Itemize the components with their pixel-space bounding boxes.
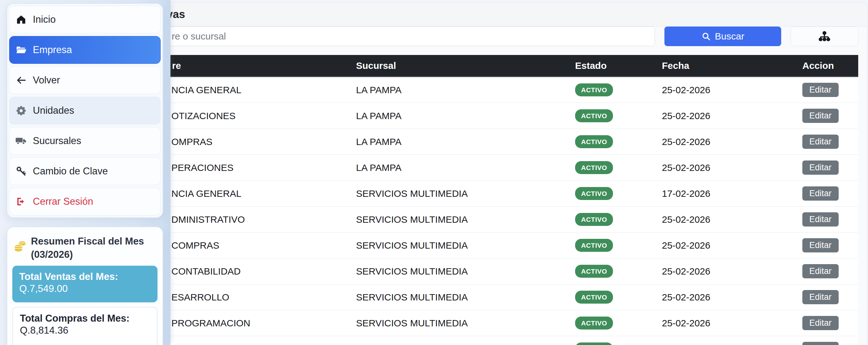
total-compras-label: Total Compras del Mes: [20, 313, 150, 324]
sidebar-menu: Inicio Empresa Volver [7, 3, 163, 218]
fiscal-title: Resumen Fiscal del Mes (03/2026) [31, 234, 144, 266]
total-ventas-label: Total Ventas del Mes: [19, 271, 151, 283]
sidebar-item-label: Empresa [33, 44, 72, 56]
total-compras-value: Q.8,814.36 [20, 324, 150, 337]
cell-fecha: 25-02-2026 [661, 318, 802, 328]
cell-sucursal: SERVICIOS MULTIMEDIA [355, 188, 573, 199]
sidebar-item-sucursales[interactable]: Sucursales [9, 127, 161, 155]
cell-sucursal: LA PAMPA [355, 111, 573, 121]
cell-estado: ACTIVO [573, 317, 661, 329]
col-header-sucursal: Sucursal [355, 60, 573, 71]
gear-icon [15, 105, 27, 116]
key-icon [15, 166, 27, 177]
status-badge: ACTIVO [575, 291, 613, 304]
cell-accion: Editar [802, 238, 858, 253]
sidebar-item-label: Inicio [33, 14, 56, 25]
cell-sucursal: SERVICIOS MULTIMEDIA [355, 266, 573, 277]
sidebar-item-label: Cerrar Sesión [33, 196, 93, 207]
sign-out-icon [15, 196, 27, 207]
status-badge: ACTIVO [575, 213, 613, 226]
cell-accion: Editar [802, 316, 858, 330]
cell-sucursal: SERVICIOS MULTIMEDIA [355, 214, 573, 225]
cell-fecha: 25-02-2026 [661, 85, 802, 95]
cell-fecha: 25-02-2026 [661, 292, 802, 303]
sidebar-item-unidades[interactable]: Unidades [9, 97, 161, 124]
cell-accion: Editar [802, 290, 858, 304]
edit-button[interactable]: Editar [802, 238, 839, 253]
edit-button[interactable]: Editar [802, 83, 839, 97]
cell-estado: ACTIVO [573, 213, 661, 226]
status-badge: ACTIVO [575, 161, 613, 174]
cell-fecha: 25-02-2026 [661, 266, 802, 277]
sidebar-item-inicio[interactable]: Inicio [9, 6, 161, 33]
cell-sucursal: LA PAMPA [355, 137, 573, 147]
edit-button[interactable]: Editar [802, 342, 839, 345]
org-chart-button[interactable] [791, 27, 858, 46]
sidebar-item-label: Cambio de Clave [33, 166, 108, 177]
truck-icon [15, 135, 27, 147]
folder-open-icon [15, 44, 27, 56]
col-header-fecha: Fecha [661, 60, 802, 71]
cell-fecha: 25-02-2026 [661, 163, 802, 173]
cell-estado: ACTIVO [573, 109, 661, 122]
cell-estado: ACTIVO [573, 83, 661, 96]
status-badge: ACTIVO [575, 343, 613, 345]
cell-sucursal: SERVICIOS MULTIMEDIA [355, 318, 573, 328]
sidebar-item-cambio-clave[interactable]: Cambio de Clave [9, 157, 161, 185]
cell-fecha: 25-02-2026 [661, 137, 802, 147]
cell-estado: ACTIVO [573, 265, 661, 278]
cell-accion: Editar [802, 161, 858, 175]
total-compras-box: Total Compras del Mes: Q.8,814.36 [12, 307, 157, 345]
buscar-button-label: Buscar [715, 31, 744, 42]
status-badge: ACTIVO [575, 187, 613, 200]
edit-button[interactable]: Editar [802, 109, 839, 123]
cell-estado: ACTIVO [573, 239, 661, 252]
edit-button[interactable]: Editar [802, 316, 839, 330]
cell-sucursal: LA PAMPA [355, 163, 573, 173]
cell-fecha: 25-02-2026 [661, 344, 802, 345]
cell-estado: ACTIVO [573, 187, 661, 200]
sidebar-item-label: Unidades [33, 105, 74, 116]
sidebar-item-empresa[interactable]: Empresa [9, 36, 161, 64]
cell-accion: Editar [802, 135, 858, 149]
buscar-button[interactable]: Buscar [664, 27, 781, 46]
sidebar-item-label: Sucursales [33, 135, 81, 147]
cell-sucursal: SERVICIOS MULTIMEDIA [355, 344, 573, 345]
sidebar-item-label: Volver [33, 75, 60, 86]
search-icon [701, 32, 711, 41]
edit-button[interactable]: Editar [802, 290, 839, 304]
fiscal-title-line1: Resumen Fiscal del Mes [31, 235, 144, 248]
edit-button[interactable]: Editar [802, 161, 839, 175]
sidebar-item-volver[interactable]: Volver [9, 66, 161, 94]
edit-button[interactable]: Editar [802, 264, 839, 278]
edit-button[interactable]: Editar [802, 135, 839, 149]
total-ventas-box: Total Ventas del Mes: Q.7,549.00 [12, 266, 157, 303]
cell-sucursal: SERVICIOS MULTIMEDIA [355, 240, 573, 251]
sidebar-item-cerrar-sesion[interactable]: Cerrar Sesión [9, 188, 161, 215]
cell-accion: Editar [802, 342, 858, 345]
status-badge: ACTIVO [575, 265, 613, 278]
status-badge: ACTIVO [575, 239, 613, 252]
coins-icon [13, 238, 28, 266]
sidebar: Inicio Empresa Volver [0, 0, 170, 345]
cell-estado: ACTIVO [573, 135, 661, 148]
status-badge: ACTIVO [575, 135, 613, 148]
cell-accion: Editar [802, 212, 858, 227]
status-badge: ACTIVO [575, 83, 613, 96]
edit-button[interactable]: Editar [802, 186, 839, 201]
cell-fecha: 25-02-2026 [661, 240, 802, 251]
cell-estado: ACTIVO [573, 161, 661, 174]
cell-estado: ACTIVO [573, 343, 661, 345]
cell-accion: Editar [802, 83, 858, 97]
cell-fecha: 25-02-2026 [661, 111, 802, 121]
cell-sucursal: LA PAMPA [355, 85, 573, 95]
cell-accion: Editar [802, 109, 858, 123]
cell-fecha: 17-02-2026 [661, 188, 802, 199]
status-badge: ACTIVO [575, 109, 613, 122]
status-badge: ACTIVO [575, 317, 613, 329]
edit-button[interactable]: Editar [802, 212, 839, 227]
cell-sucursal: SERVICIOS MULTIMEDIA [355, 292, 573, 303]
fiscal-header: Resumen Fiscal del Mes (03/2026) [13, 234, 157, 266]
arrow-left-icon [15, 75, 27, 86]
home-icon [15, 14, 27, 25]
